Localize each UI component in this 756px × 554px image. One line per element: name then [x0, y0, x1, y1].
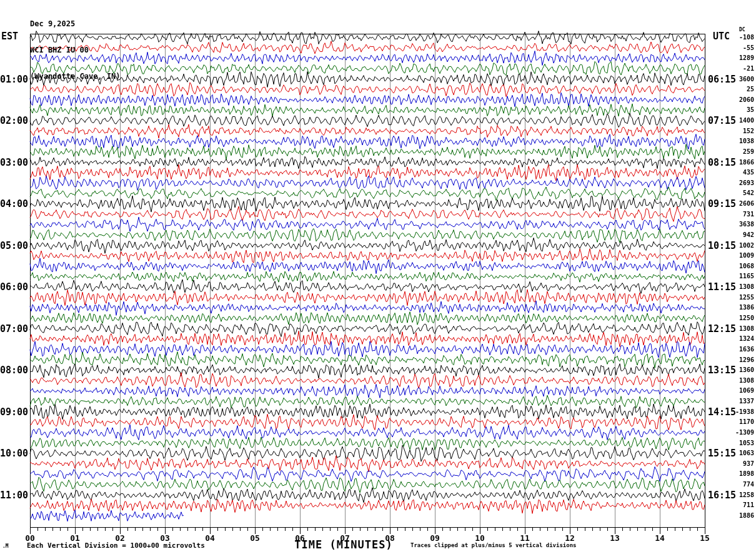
- dc-offset-value: 1636: [717, 346, 754, 353]
- left-hour-label: 11:00: [0, 490, 28, 501]
- header-location: (Wyandotte Cave, IN): [30, 72, 121, 81]
- left-hour-label: 01:00: [0, 74, 28, 85]
- dc-offset-value: 1308: [717, 325, 754, 332]
- dc-offset-value: 1068: [717, 263, 754, 269]
- dc-offset-value: 1898: [717, 470, 754, 477]
- dc-column-label: DC: [739, 27, 745, 33]
- dc-offset-value: 2606: [717, 200, 754, 207]
- dc-offset-value: 1250: [717, 315, 754, 321]
- left-hour-label: 03:00: [0, 157, 28, 168]
- dc-offset-value: 2060: [717, 96, 754, 103]
- dc-offset-value: 435: [717, 169, 754, 176]
- dc-offset-value: 1337: [717, 398, 754, 405]
- dc-offset-value: 35: [717, 106, 754, 113]
- dc-offset-value: -21: [717, 65, 754, 72]
- corner-mark: .M: [2, 543, 9, 549]
- dc-offset-value: 731: [717, 211, 754, 218]
- header-date: Dec 9,2025: [30, 19, 121, 28]
- dc-offset-value: 3638: [717, 221, 754, 228]
- dc-offset-value: 937: [717, 460, 754, 467]
- left-hour-label: 06:00: [0, 281, 28, 293]
- left-hour-label: 05:00: [0, 240, 28, 251]
- header-station: WCI BHZ IU 00: [30, 46, 121, 54]
- left-hour-label: 04:00: [0, 198, 28, 209]
- dc-offset-value: 1400: [717, 117, 754, 124]
- dc-offset-value: 774: [717, 481, 754, 488]
- dc-offset-value: 1002: [717, 242, 754, 249]
- dc-offset-value: 3600: [717, 76, 754, 83]
- dc-offset-value: -108: [717, 34, 754, 41]
- x-axis-tick-label: 14: [655, 533, 665, 543]
- scale-note: Each Vertical Division = 1000+00 microvo…: [27, 541, 205, 550]
- dc-offset-value: -55: [717, 44, 754, 51]
- dc-offset-value: 1308: [717, 377, 754, 384]
- x-axis-tick-label: 04: [205, 533, 215, 543]
- dc-offset-value: 1308: [717, 283, 754, 290]
- x-axis-tick-label: 10: [475, 533, 485, 543]
- left-hour-label: 08:00: [0, 365, 28, 376]
- dc-offset-value: 1069: [717, 387, 754, 394]
- dc-offset-value: 1165: [717, 273, 754, 280]
- x-axis-tick-label: 12: [565, 533, 575, 543]
- dc-offset-value: 1038: [717, 138, 754, 144]
- dc-offset-value: -1309: [717, 429, 754, 436]
- x-axis-tick-label: 11: [520, 533, 530, 543]
- dc-offset-value: 2693: [717, 179, 754, 186]
- x-axis-tick-label: 09: [430, 533, 440, 543]
- x-axis-tick-label: 05: [250, 533, 260, 543]
- x-axis-tick-label: 13: [610, 533, 620, 543]
- dc-offset-value: 1009: [717, 252, 754, 259]
- plot-header: Dec 9,2025 WCI BHZ IU 00 (Wyandotte Cave…: [30, 2, 121, 89]
- dc-offset-value: 542: [717, 189, 754, 196]
- clip-note: Traces clipped at plus/minus 5 vertical …: [410, 542, 577, 548]
- dc-offset-value: 1296: [717, 356, 754, 363]
- dc-offset-value: 1289: [717, 54, 754, 61]
- dc-offset-value: 1360: [717, 366, 754, 373]
- helicorder-page: { "header": { "date": "Dec 9,2025", "sta…: [0, 0, 756, 554]
- left-hour-label: 10:00: [0, 448, 28, 459]
- dc-offset-value: 25: [717, 86, 754, 93]
- dc-offset-value: 1866: [717, 159, 754, 166]
- left-hour-label: 02:00: [0, 115, 28, 126]
- left-hour-label: 09:00: [0, 406, 28, 418]
- dc-offset-value: 1886: [717, 512, 754, 519]
- dc-offset-value: 1170: [717, 418, 754, 425]
- dc-offset-value: 1258: [717, 491, 754, 498]
- dc-offset-value: -1938: [717, 408, 754, 415]
- dc-offset-value: 1053: [717, 440, 754, 446]
- dc-offset-value: 259: [717, 148, 754, 155]
- dc-offset-value: 711: [717, 501, 754, 508]
- dc-offset-value: 942: [717, 231, 754, 238]
- left-hour-label: 07:00: [0, 323, 28, 335]
- dc-offset-value: 1324: [717, 335, 754, 342]
- left-timezone-label: EST: [1, 31, 18, 42]
- dc-offset-value: 1255: [717, 294, 754, 301]
- dc-offset-value: 1386: [717, 304, 754, 311]
- dc-offset-value: 1063: [717, 450, 754, 456]
- x-axis-title: TIME (MINUTES): [294, 538, 392, 551]
- x-axis-tick-label: 15: [700, 533, 710, 543]
- dc-offset-value: 152: [717, 128, 754, 134]
